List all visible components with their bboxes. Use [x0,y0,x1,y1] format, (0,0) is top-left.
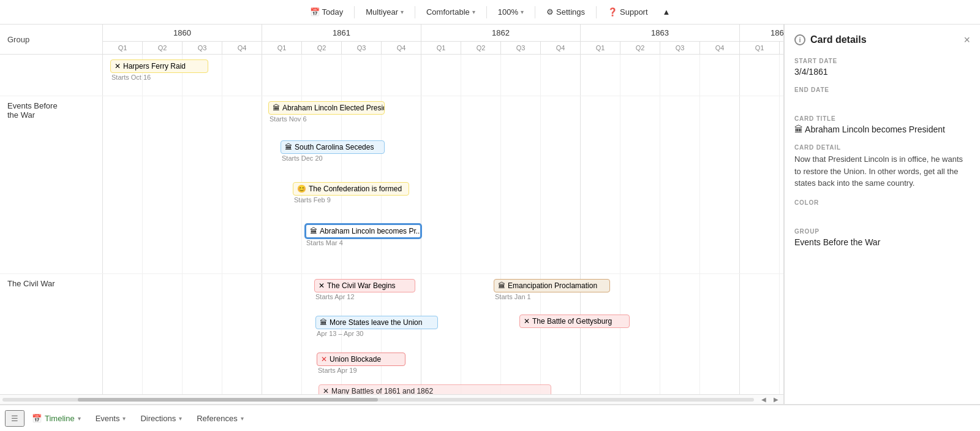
card-title: South Carolina Secedes [295,143,374,151]
group-label: GROUP [794,228,970,235]
info-icon: i [794,34,805,45]
panel-start-date-section: START DATE 3/4/1861 [794,58,970,77]
card-civil-war-begins[interactable]: ✕ The Civil War Begins Starts Apr 12 [314,279,415,300]
q-1860-2: Q2 [143,42,183,54]
card-harpers-ferry[interactable]: ✕ Harpers Ferry Raid Starts Oct 16 [110,59,208,81]
card-icon: 🏛 [498,281,505,290]
card-dates: Starts Apr 12 [314,293,415,300]
year-1863: 1863 [581,25,740,41]
hamburger-icon: ☰ [11,414,18,423]
grid-lines [103,274,783,394]
year-1860: 1860 [103,25,262,41]
end-date-value [794,96,970,105]
settings-button[interactable]: ⚙ Settings [540,5,591,19]
card-icon: 🏛 [310,227,317,235]
chevron-up-icon: ▲ [663,7,671,17]
q-1860-1: Q1 [103,42,143,54]
card-gettysburg[interactable]: ✕ The Battle of Gettysburg [519,315,630,328]
chevron-down-icon: ▾ [472,9,475,15]
scroll-thumb[interactable] [78,398,379,402]
card-lincoln-president[interactable]: 🏛 Abraham Lincoln becomes Pr... Starts M… [305,224,421,246]
panel-card-detail-section: CARD DETAIL Now that President Lincoln i… [794,144,970,189]
q-1862-3: Q3 [501,42,541,54]
row-label-empty [0,55,103,96]
tab-directions[interactable]: Directions ▾ [133,410,189,427]
row-content-events-before: 🏛 Abraham Lincoln Elected Presid... Star… [103,96,783,273]
q-1863-1: Q1 [581,42,620,54]
card-more-states[interactable]: 🏛 More States leave the Union Apr 13 – A… [315,316,438,337]
card-icon: 😊 [297,185,306,193]
zoom-button[interactable]: 100% ▾ [492,5,530,19]
card-dates: Starts Oct 16 [110,74,208,81]
comfortable-button[interactable]: Comfortable ▾ [420,5,481,19]
tab-references-label: References [197,414,237,423]
card-icon: ✕ [115,62,121,71]
tab-references[interactable]: References ▾ [189,410,251,427]
q-1860-4: Q4 [222,42,262,54]
calendar-icon: 📅 [310,7,320,17]
card-icon: 🏛 [320,318,327,327]
side-panel: i Card details × START DATE 3/4/1861 END… [784,25,980,404]
scroll-prev-btn[interactable]: ◀ [759,395,769,404]
card-union-blockade[interactable]: ✕ Union Blockade Starts Apr 19 [317,353,405,374]
today-button[interactable]: 📅 Today [304,5,350,19]
q-1862-2: Q2 [461,42,501,54]
q-1861-3: Q3 [342,42,382,54]
panel-title-row: i Card details [794,34,867,45]
chevron-down-icon: ▾ [78,415,81,422]
card-many-battles[interactable]: ✕ Many Battles of 1861 and 1862 May 1, 1… [318,384,551,394]
grid-lines [103,96,783,273]
row-content-harpers: ✕ Harpers Ferry Raid Starts Oct 16 [103,55,783,96]
panel-card-title-section: CARD TITLE 🏛 Abraham Lincoln becomes Pre… [794,115,970,134]
year-row: 1860 1861 1862 1863 1864 [103,25,783,42]
card-title: Abraham Lincoln becomes Pr... [320,227,421,235]
color-value [794,208,970,218]
help-icon: ❓ [608,7,617,17]
card-icon: ✕ [323,387,329,394]
q-1864-1: Q1 [740,42,780,54]
tab-timeline[interactable]: 📅 Timeline ▾ [24,410,88,427]
divider [486,6,487,18]
timeline-row-civil-war: The Civil War [0,274,783,394]
panel-header: i Card details × [794,34,970,45]
card-dates: Starts Feb 9 [293,196,409,204]
support-button[interactable]: ❓ Support [601,5,654,19]
card-icon: ✕ [321,355,327,364]
panel-group-section: GROUP Events Before the War [794,228,970,247]
divider [535,6,535,18]
card-south-carolina[interactable]: 🏛 South Carolina Secedes Starts Dec 20 [281,140,385,162]
toolbar: 📅 Today Multiyear ▾ Comfortable ▾ 100% ▾… [0,0,980,25]
menu-button[interactable]: ☰ [5,410,24,427]
card-lincoln-elected[interactable]: 🏛 Abraham Lincoln Elected Presid... Star… [268,101,385,123]
card-confederation[interactable]: 😊 The Confederation is formed Starts Feb… [293,182,409,204]
group-value: Events Before the War [794,237,970,247]
year-1862: 1862 [421,25,581,41]
timeline-area: Group 1860 1861 1862 1863 1864 Q1 Q2 Q3 … [0,25,784,404]
row-label-events-before: Events Before the War [0,96,103,273]
card-title: Emancipation Proclamation [508,281,597,290]
card-title: Union Blockade [330,355,381,364]
scroll-track[interactable] [2,398,754,402]
q-1862-1: Q1 [421,42,461,54]
card-title: Abraham Lincoln Elected Presid... [282,104,385,112]
card-title: Many Battles of 1861 and 1862 [331,387,433,394]
panel-color-section: COLOR [794,199,970,218]
divider [354,6,355,18]
chevron-down-icon: ▾ [521,9,524,15]
close-button[interactable]: × [963,34,970,45]
collapse-button[interactable]: ▲ [657,5,677,19]
card-icon: 🏛 [273,104,280,112]
panel-end-date-section: END DATE [794,86,970,105]
multiyear-button[interactable]: Multiyear ▾ [360,5,410,19]
year-1864: 1864 [740,25,783,41]
tab-directions-label: Directions [140,414,176,423]
chevron-down-icon: ▾ [179,415,182,422]
timeline-body[interactable]: ✕ Harpers Ferry Raid Starts Oct 16 Event… [0,55,783,394]
card-emancipation[interactable]: 🏛 Emancipation Proclamation Starts Jan 1 [494,279,610,300]
timeline-header: Group 1860 1861 1862 1863 1864 Q1 Q2 Q3 … [0,25,783,55]
card-title: More States leave the Union [330,318,422,327]
card-icon: ✕ [318,281,325,290]
tab-events[interactable]: Events ▾ [88,410,134,427]
scroll-next-btn[interactable]: ▶ [771,395,781,404]
card-dates: Starts Mar 4 [305,239,421,246]
